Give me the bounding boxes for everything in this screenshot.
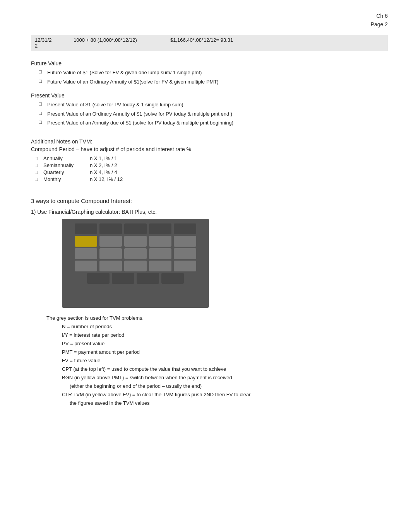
calculator-image: [62, 219, 209, 308]
cpt-desc: CPT (at the top left) = used to compute …: [46, 365, 388, 373]
data-table: 12/31/2 2 1000 + 80 (1,000*.08*12/12) $1…: [31, 35, 388, 51]
bullet-icon-2: □: [39, 78, 44, 84]
compound-bullet-1: □: [35, 155, 40, 161]
result-col: $1,166.40*.08*12/12= 93.31: [170, 37, 233, 43]
pv-item-3: □ Present Value of an Annuity due of $1 …: [31, 119, 388, 127]
monthly-label: Monthly: [43, 176, 90, 182]
pv-text-1: Present Value of $1 (solve for PV today …: [47, 101, 183, 109]
bgn-desc-cont: (either the beginning or end of the peri…: [46, 382, 388, 390]
pv-text-3: Present Value of an Annuity due of $1 (s…: [47, 119, 233, 127]
semiannually-label: Semiannually: [43, 162, 90, 168]
clr-desc: CLR TVM (in yellow above FV) = to clear …: [46, 390, 388, 399]
ways-title: 3 ways to compute Compound Interest:: [31, 198, 388, 204]
monthly-value: n X 12, I% / 12: [90, 176, 123, 182]
page-label: Page 2: [371, 20, 388, 29]
pv-text-2: Present Value of an Ordinary Annuity of …: [47, 110, 232, 118]
quarterly-value: n X 4, I% / 4: [90, 169, 117, 175]
calculator-description: The grey section is used for TVM problem…: [46, 314, 388, 408]
annually-label: Annually: [43, 155, 90, 161]
compound-semiannually: □ Semiannually n X 2, I% / 2: [35, 162, 388, 168]
fv-text-1: Future Value of $1 (Solve for FV & given…: [47, 69, 202, 77]
future-value-section: Future Value □ Future Value of $1 (Solve…: [31, 60, 388, 85]
pv-desc: PV = present value: [46, 339, 388, 348]
compound-annually: □ Annually n X 1, I% / 1: [35, 155, 388, 161]
present-value-title: Present Value: [31, 92, 388, 99]
pv-item-1: □ Present Value of $1 (solve for PV toda…: [31, 101, 388, 109]
page-header: Ch 6 Page 2: [371, 12, 388, 29]
annually-value: n X 1, I% / 1: [90, 155, 117, 161]
formula-col: 1000 + 80 (1,000*.08*12/12): [74, 37, 159, 43]
bullet-icon-1: □: [39, 69, 44, 75]
ways-section: 3 ways to compute Compound Interest: 1) …: [31, 198, 388, 408]
notes-title: Additional Notes on TVM:: [31, 138, 388, 145]
clr-desc-cont: the figures saved in the TVM values: [46, 399, 388, 408]
compound-table: □ Annually n X 1, I% / 1 □ Semiannually …: [35, 155, 388, 182]
bgn-desc: BGN (in yellow above PMT) = switch betwe…: [46, 373, 388, 382]
quarterly-label: Quarterly: [43, 169, 90, 175]
compound-bullet-2: □: [35, 162, 40, 168]
additional-notes-section: Additional Notes on TVM: Compound Period…: [31, 138, 388, 182]
compound-monthly: □ Monthly n X 12, I% / 12: [35, 176, 388, 182]
grey-section-desc: The grey section is used for TVM problem…: [46, 314, 388, 322]
pv-bullet-2: □: [39, 110, 44, 116]
chapter-label: Ch 6: [371, 12, 388, 20]
pv-bullet-3: □: [39, 119, 44, 125]
pv-item-2: □ Present Value of an Ordinary Annuity o…: [31, 110, 388, 118]
n-desc: N = number of periods: [46, 322, 388, 331]
ways-item-1: 1) Use Financial/Graphing calculator: BA…: [31, 209, 388, 215]
fv-item-2: □ Future Value of an Ordinary Annuity of…: [31, 78, 388, 86]
compound-bullet-4: □: [35, 176, 40, 182]
present-value-section: Present Value □ Present Value of $1 (sol…: [31, 92, 388, 127]
data-row-1: 12/31/2 2 1000 + 80 (1,000*.08*12/12) $1…: [31, 35, 388, 51]
fv-text-2: Future Value of an Ordinary Annuity of $…: [47, 78, 219, 86]
compound-bullet-3: □: [35, 169, 40, 175]
compound-quarterly: □ Quarterly n X 4, I% / 4: [35, 169, 388, 175]
compound-period-line: Compound Period – have to adjust # of pe…: [31, 146, 388, 152]
pv-bullet-1: □: [39, 101, 44, 107]
semiannually-value: n X 2, I% / 2: [90, 162, 117, 168]
date-col: 12/31/2 2: [35, 37, 62, 49]
fv-desc: FV = future value: [46, 356, 388, 365]
page-container: Ch 6 Page 2 12/31/2 2 1000 + 80 (1,000*.…: [0, 0, 411, 423]
future-value-title: Future Value: [31, 60, 388, 66]
iy-desc: I/Y = interest rate per period: [46, 331, 388, 339]
pmt-desc: PMT = payment amount per period: [46, 348, 388, 356]
fv-item-1: □ Future Value of $1 (Solve for FV & giv…: [31, 69, 388, 77]
